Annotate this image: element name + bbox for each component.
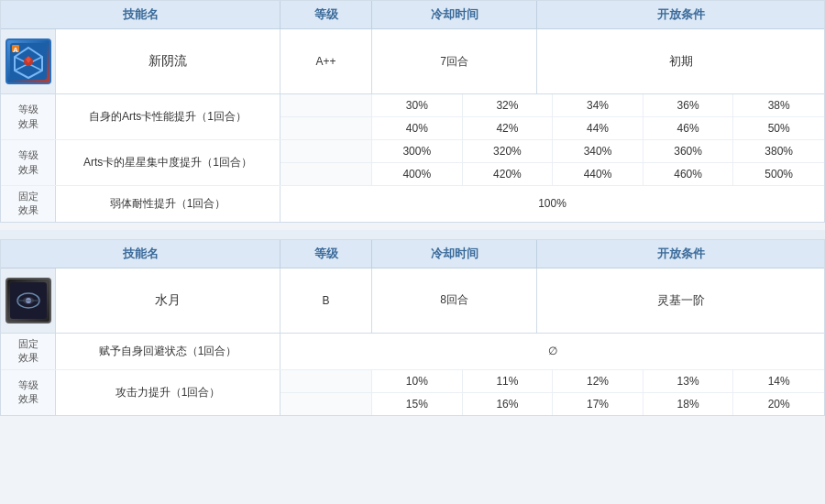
value-cell-3: 13% <box>644 370 734 392</box>
value-cell-3: 18% <box>644 393 734 415</box>
val-empty <box>280 393 372 415</box>
skill-level: A++ <box>280 29 372 93</box>
skill-icon: A <box>1 29 56 93</box>
skill-icon-image <box>6 278 51 323</box>
value-cell-3: 46% <box>644 117 734 139</box>
value-cell-2: 340% <box>553 140 644 162</box>
effect-single-value: 100% <box>280 186 824 222</box>
effect-row-0: 等级效果自身的Arts卡性能提升（1回合）30%32%34%36%38%40%4… <box>1 94 824 140</box>
skill-level: B <box>280 268 372 333</box>
value-cell-2: 440% <box>553 163 644 185</box>
effect-values-row-1: 15%16%17%18%20% <box>280 393 824 415</box>
effect-description: 自身的Arts卡性能提升（1回合） <box>56 94 280 139</box>
value-cell-2: 17% <box>553 393 644 415</box>
value-cell-4: 14% <box>733 370 824 392</box>
effect-description: 攻击力提升（1回合） <box>56 370 280 415</box>
effect-values-container: 300%320%340%360%380%400%420%440%460%500% <box>280 140 824 185</box>
effect-description: Arts卡的星星集中度提升（1回合） <box>56 140 280 185</box>
effect-single-value: ∅ <box>280 334 824 369</box>
val-empty <box>280 140 372 162</box>
effect-label: 等级效果 <box>1 370 56 415</box>
skill-icon-image: A <box>6 38 51 84</box>
val-empty <box>280 370 372 392</box>
skill-icon <box>1 268 56 333</box>
effect-values-row-1: 40%42%44%46%50% <box>280 117 824 139</box>
value-cell-1: 16% <box>463 393 554 415</box>
effect-label: 等级效果 <box>1 140 56 185</box>
effect-label: 等级效果 <box>1 94 56 139</box>
skill-open-condition: 初期 <box>537 46 824 77</box>
value-cell-3: 360% <box>644 140 734 162</box>
value-cell-0: 15% <box>372 393 463 415</box>
header-level_label: 等级 <box>280 1 372 28</box>
effect-values-row-0: 10%11%12%13%14% <box>280 370 824 393</box>
skill-section-section1: 技能名等级冷却时间开放条件 A 新阴流A++7回合初期等级效果自身的Arts卡性… <box>0 0 825 223</box>
skill-open-condition: 灵基一阶 <box>537 285 824 316</box>
skill-cooldown: 7回合 <box>372 29 537 93</box>
skill-main-row: 水月B8回合灵基一阶 <box>1 268 824 334</box>
value-cell-0: 30% <box>372 94 463 116</box>
value-cell-3: 460% <box>644 163 734 185</box>
value-cell-1: 420% <box>463 163 554 185</box>
value-cell-2: 34% <box>553 94 644 116</box>
value-cell-4: 50% <box>733 117 824 139</box>
value-cell-2: 44% <box>553 117 644 139</box>
table-header: 技能名等级冷却时间开放条件 <box>1 240 824 268</box>
value-cell-4: 500% <box>733 163 824 185</box>
effect-values-row-0: 300%320%340%360%380% <box>280 140 824 163</box>
value-cell-1: 32% <box>463 94 554 116</box>
effect-description: 弱体耐性提升（1回合） <box>56 186 280 222</box>
value-cell-0: 300% <box>372 140 463 162</box>
effect-values-row-1: 400%420%440%460%500% <box>280 163 824 185</box>
value-cell-3: 36% <box>644 94 734 116</box>
header-level_label: 等级 <box>280 240 372 268</box>
effect-row-2: 固定效果弱体耐性提升（1回合）100% <box>1 186 824 222</box>
val-empty <box>280 94 372 116</box>
skill-name: 水月 <box>56 268 280 333</box>
effect-values-container: 30%32%34%36%38%40%42%44%46%50% <box>280 94 824 139</box>
header-open_condition_label: 开放条件 <box>537 1 824 28</box>
effect-values-row-0: 30%32%34%36%38% <box>280 94 824 117</box>
skill-cooldown: 8回合 <box>372 268 537 333</box>
val-empty <box>280 117 372 139</box>
value-cell-4: 20% <box>733 393 824 415</box>
effect-row-0: 固定效果赋予自身回避状态（1回合）∅ <box>1 334 824 370</box>
effect-row-1: 等级效果Arts卡的星星集中度提升（1回合）300%320%340%360%38… <box>1 140 824 186</box>
header-cooldown_label: 冷却时间 <box>372 1 537 28</box>
table-header: 技能名等级冷却时间开放条件 <box>1 1 824 29</box>
val-empty <box>280 163 372 185</box>
header-skill_name_label: 技能名 <box>1 240 280 268</box>
skill-main-row: A 新阴流A++7回合初期 <box>1 29 824 94</box>
header-skill_name_label: 技能名 <box>1 1 280 28</box>
header-cooldown_label: 冷却时间 <box>372 240 537 268</box>
value-cell-2: 12% <box>553 370 644 392</box>
value-cell-0: 40% <box>372 117 463 139</box>
value-cell-1: 320% <box>463 140 554 162</box>
header-open_condition_label: 开放条件 <box>537 240 824 268</box>
value-cell-4: 38% <box>733 94 824 116</box>
skill-name: 新阴流 <box>56 29 280 93</box>
value-cell-1: 42% <box>463 117 554 139</box>
effect-row-1: 等级效果攻击力提升（1回合）10%11%12%13%14%15%16%17%18… <box>1 370 824 415</box>
effect-description: 赋予自身回避状态（1回合） <box>56 334 280 369</box>
value-cell-4: 380% <box>733 140 824 162</box>
effect-label: 固定效果 <box>1 334 56 369</box>
effect-values-container: 10%11%12%13%14%15%16%17%18%20% <box>280 370 824 415</box>
skill-section-section2: 技能名等级冷却时间开放条件 水月B8回合灵基一阶固定效果赋予自身回避状态（1回合… <box>0 239 825 416</box>
value-cell-0: 10% <box>372 370 463 392</box>
svg-text:A: A <box>13 46 18 54</box>
effect-label: 固定效果 <box>1 186 56 222</box>
value-cell-0: 400% <box>372 163 463 185</box>
value-cell-1: 11% <box>463 370 554 392</box>
